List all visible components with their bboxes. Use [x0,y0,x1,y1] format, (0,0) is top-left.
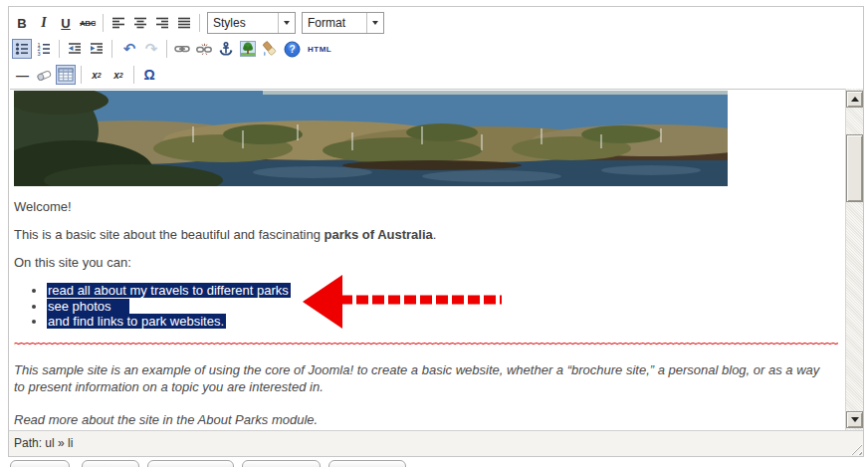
list-item: see photos [47,299,845,315]
selected-text: and find links to park websites. [47,314,226,329]
horizontal-rule-button[interactable]: — [12,65,32,85]
undo-button[interactable]: ↶ [119,39,139,59]
image-tree-icon [240,41,256,57]
arrow-down-icon [851,417,859,422]
rich-text-editor: B I U ABC [8,6,864,457]
toolbar-separator [199,14,200,32]
anchor-icon [218,41,234,57]
help-button[interactable]: ? [282,39,302,59]
styles-dropdown-value: Styles [208,16,278,30]
content-photo[interactable] [14,91,728,186]
scrollbar-down-button[interactable] [846,411,863,428]
sample-site-paragraph: This sample site is an example of using … [14,361,828,396]
path-statusbar: Path: ul » li [9,430,863,456]
selected-text: see photos [47,299,129,314]
anchor-button[interactable] [216,39,236,59]
align-center-icon [132,15,148,31]
toolbar-separator [103,14,104,32]
list-item: and find links to park websites. [47,314,845,330]
special-character-button[interactable]: Ω [139,65,159,85]
arrow-up-icon [851,97,859,102]
insert-image-button[interactable] [238,39,258,59]
welcome-paragraph: Welcome! [14,199,845,214]
intro-paragraph: This is a basic site about the beautiful… [14,227,845,242]
numbered-list-button[interactable]: 123 [34,39,54,59]
page: B I U ABC [0,0,868,467]
toolbar-row-3: — x2 x2 Ω [11,63,160,87]
toolbar-separator [166,40,167,58]
toggle-guidelines-button[interactable] [56,65,76,85]
bullet-list-icon [14,41,30,57]
resize-grip[interactable] [849,442,862,455]
editor-content-area[interactable]: Welcome! This is a basic site about the … [10,89,845,431]
indent-button[interactable] [87,39,107,59]
align-left-button[interactable] [108,13,128,33]
chevron-down-icon [366,13,383,33]
bottom-button-1[interactable] [10,460,70,467]
content-bullet-list: read all about my travels to different p… [14,283,845,330]
list-item: read all about my travels to different p… [47,283,845,299]
italic-button[interactable]: I [34,13,54,33]
intro-bold-text: parks of Australia [324,227,432,242]
chevron-down-icon [278,13,295,33]
outdent-button[interactable] [65,39,85,59]
scrollbar-up-button[interactable] [846,91,863,108]
format-dropdown[interactable]: Format [302,12,384,34]
cleanup-brush-icon [262,41,278,57]
align-right-icon [154,15,170,31]
eraser-icon [36,67,52,83]
bottom-button-5[interactable] [328,460,406,467]
align-right-button[interactable] [152,13,172,33]
format-dropdown-value: Format [303,16,366,30]
svg-text:3: 3 [38,51,41,57]
scrollbar-thumb[interactable] [846,134,863,202]
align-justify-button[interactable] [174,13,194,33]
bottom-button-3[interactable] [147,460,234,467]
toolbar-separator [133,66,134,84]
superscript-button[interactable]: x2 [108,65,128,85]
toolbar-separator [111,40,112,58]
unlink-button[interactable] [194,39,214,59]
bottom-button-2[interactable] [82,460,139,467]
bottom-button-4[interactable] [242,460,321,467]
cleanup-button[interactable] [260,39,280,59]
html-source-button[interactable]: HTML [304,39,335,59]
toolbar-separator [59,40,60,58]
outdent-icon [67,41,83,57]
toolbar-row-1: B I U ABC [11,11,384,35]
red-squiggle-divider: ~~~~~~~~~~~~~~~~~~~~~~~~~~~~~~~~~~~~~~~~… [14,341,838,350]
path-label: Path: ul » li [9,436,73,450]
bold-button[interactable]: B [12,13,32,33]
underline-button[interactable]: U [56,13,76,33]
strikethrough-button[interactable]: ABC [78,13,98,33]
link-icon [174,41,190,57]
align-justify-icon [176,15,192,31]
toolbar-row-2: 123 ↶ ↷ [11,37,336,61]
unlink-icon [196,41,212,57]
scrollbar-track[interactable] [845,89,863,430]
svg-text:?: ? [289,44,295,55]
toolbar-separator [81,66,82,84]
indent-icon [89,41,105,57]
list-intro-paragraph: On this site you can: [14,255,845,270]
align-center-button[interactable] [130,13,150,33]
numbered-list-icon: 123 [36,41,52,57]
align-left-icon [110,15,126,31]
subscript-button[interactable]: x2 [87,65,107,85]
link-button[interactable] [172,39,192,59]
help-icon: ? [284,41,301,58]
table-grid-icon [58,67,74,83]
bullet-list-button[interactable] [12,39,32,59]
read-more-paragraph: Read more about the site in the About Pa… [14,411,828,429]
remove-format-button[interactable] [34,65,54,85]
selected-text: read all about my travels to different p… [47,283,291,298]
styles-dropdown[interactable]: Styles [207,12,296,34]
redo-button: ↷ [141,39,161,59]
